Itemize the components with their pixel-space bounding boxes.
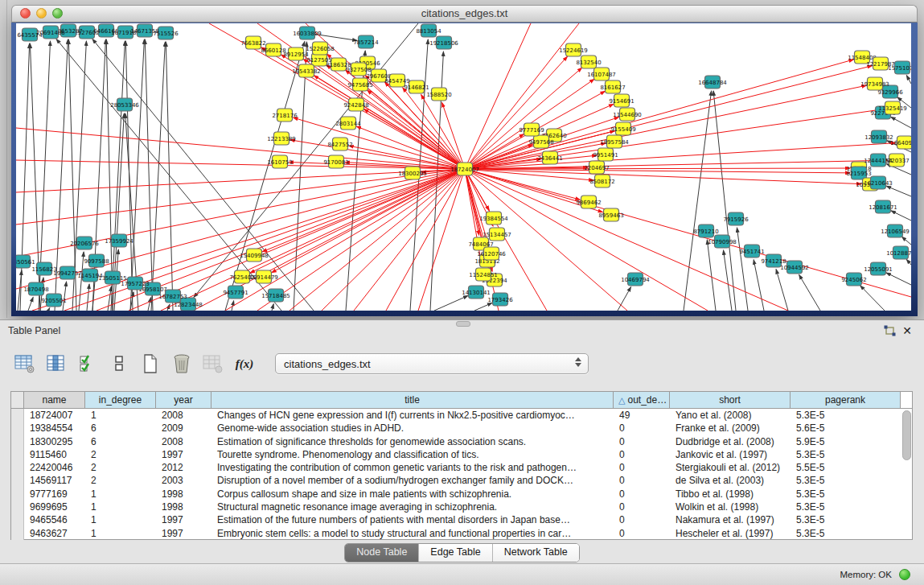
cell-out_degree[interactable]: 0 [614,461,670,474]
scrollbar-thumb[interactable] [902,410,911,460]
column-header-year[interactable]: year [156,392,211,408]
cell-short[interactable]: Hescheler et al. (1997) [670,527,791,540]
window-titlebar[interactable]: citations_edges.txt [11,5,918,23]
graph-node-1870498[interactable]: 1870498 [23,282,48,295]
cell-in_degree[interactable]: 1 [85,513,156,526]
cell-in_degree[interactable]: 6 [85,435,156,448]
graph-node-8508172[interactable]: 8508172 [589,175,614,187]
graph-node-9205501[interactable]: 9205501 [41,294,66,307]
table-settings-icon[interactable] [13,352,37,375]
column-header-title[interactable]: title [211,392,614,408]
graph-node-1610753[interactable]: 1610753 [267,155,292,168]
network-canvas[interactable]: 1145194115682315276021588520159531816107… [16,23,911,311]
cell-year[interactable]: 1998 [156,501,211,513]
tab-network-table[interactable]: Network Table [493,544,579,562]
cell-title[interactable]: Estimation of significance thresholds fo… [211,435,614,448]
graph-node-1588520[interactable]: 1588520 [426,88,451,101]
row-height-icon[interactable] [107,352,131,375]
table-row[interactable]: 1456911722003Disruption of a novel membe… [11,474,912,487]
citation-graph[interactable]: 1145194115682315276021588520159531816107… [16,23,911,311]
graph-node-19218506[interactable]: 19218506 [429,36,458,49]
cell-pagerank[interactable]: 5.5E-5 [791,461,901,474]
graph-node-16640911[interactable]: 16640911 [890,136,911,149]
graph-node-9869462[interactable]: 9869462 [576,196,601,208]
table-scrollbar[interactable] [902,410,911,538]
table-row[interactable]: 946554611997Estimation of the future num… [11,513,912,526]
cell-pagerank[interactable]: 5.3E-5 [791,409,901,422]
cell-short[interactable]: Yano et al. (2008) [670,409,791,422]
graph-node-9451741[interactable]: 9451741 [739,245,764,257]
cell-out_degree[interactable]: 0 [614,435,670,448]
cell-year[interactable]: 2012 [156,461,211,474]
tab-edge-table[interactable]: Edge Table [419,544,492,562]
cell-out_degree[interactable]: 0 [614,513,670,526]
cell-year[interactable]: 2008 [156,409,211,422]
graph-node-10128870[interactable]: 10128870 [886,246,911,259]
table-row[interactable]: 946362711997Embryonic stem cells: a mode… [11,527,912,540]
delete-table-icon[interactable] [201,352,225,375]
cell-year[interactable]: 2009 [156,422,211,435]
graph-node-9155409[interactable]: 9155409 [610,122,635,135]
cell-title[interactable]: Changes of HCN gene expression and I(f) … [211,409,614,422]
cell-out_degree[interactable]: 0 [614,501,670,513]
create-column-icon[interactable] [138,352,162,375]
cell-name[interactable]: 19384554 [24,422,85,435]
graph-node-19384554[interactable]: 19384554 [479,212,508,225]
column-header-out_degree[interactable]: △out_de… [614,392,670,408]
close-window-button[interactable] [20,8,31,19]
delete-column-icon[interactable] [170,352,194,375]
graph-node-8959463[interactable]: 8959463 [598,208,623,221]
cell-short[interactable]: Stergiakouli et al. (2012) [670,461,791,474]
cell-short[interactable]: Franke et al. (2009) [670,422,791,435]
cell-short[interactable]: Dudbridge et al. (2008) [670,435,791,448]
cell-name[interactable]: 9463627 [24,527,85,540]
graph-node-9457791[interactable]: 9457791 [223,286,248,299]
zoom-window-button[interactable] [52,8,63,19]
graph-node-12106549[interactable]: 12106549 [881,225,910,237]
cell-title[interactable]: Genome-wide association studies in ADHD. [211,422,614,435]
cell-pagerank[interactable]: 5.3E-5 [791,513,901,526]
cell-pagerank[interactable]: 5.3E-5 [791,448,901,461]
panel-resize-grip[interactable] [456,321,470,327]
cell-out_degree[interactable]: 0 [614,488,670,501]
table-row[interactable]: 1830029562008Estimation of significance … [11,435,912,448]
cell-title[interactable]: Structural magnetic resonance image aver… [211,501,614,513]
cell-in_degree[interactable]: 2 [85,461,156,474]
table-row[interactable]: 1872400712008Changes of HCN gene express… [11,409,912,422]
cell-year[interactable]: 1998 [156,488,211,501]
graph-node-16033809[interactable]: 16033809 [293,27,322,39]
cell-title[interactable]: Disruption of a novel member of a sodium… [211,474,614,487]
graph-node-9154691[interactable]: 9154691 [609,94,634,107]
cell-title[interactable]: Estimation of the future numbers of pati… [211,513,614,526]
cell-name[interactable]: 22420046 [24,461,85,474]
graph-node-11544690[interactable]: 11544690 [613,108,642,121]
graph-node-17359924[interactable]: 17359924 [105,234,133,247]
graph-node-8132540[interactable]: 8132540 [576,56,601,68]
function-builder-icon[interactable]: f(x) [232,352,257,375]
column-header-in_degree[interactable]: in_degree [85,392,156,408]
cell-name[interactable]: 18300295 [24,435,85,448]
cell-out_degree[interactable]: 49 [614,409,670,422]
cell-year[interactable]: 2003 [156,474,211,487]
cell-short[interactable]: Nakamura et al. (1997) [670,513,791,526]
cell-in_degree[interactable]: 6 [85,422,156,435]
float-panel-icon[interactable] [882,324,897,337]
cell-year[interactable]: 1997 [156,527,211,540]
cell-out_degree[interactable]: 0 [614,474,670,487]
table-selector-dropdown[interactable]: citations_edges.txt [275,353,589,374]
graph-node-16914479[interactable]: 16914479 [249,270,278,283]
select-columns-icon[interactable] [44,352,68,375]
cell-short[interactable]: de Silva et al. (2003) [670,474,791,487]
cell-name[interactable]: 9465546 [24,513,85,526]
cell-in_degree[interactable]: 1 [85,488,156,501]
cell-name[interactable]: 9699695 [24,501,85,513]
graph-node-15224619[interactable]: 15224619 [559,43,588,56]
cell-title[interactable]: Corpus callosum shape and size in male p… [211,488,614,501]
cell-name[interactable]: 9777169 [24,488,85,501]
graph-node-8813054[interactable]: 8813054 [416,24,441,37]
graph-node-16648784[interactable]: 16648784 [698,76,727,89]
cell-out_degree[interactable]: 0 [614,448,670,461]
column-checklist-icon[interactable] [76,352,100,375]
table-row[interactable]: 977716911998Corpus callosum shape and si… [11,488,912,501]
cell-title[interactable]: Investigating the contribution of common… [211,461,614,474]
